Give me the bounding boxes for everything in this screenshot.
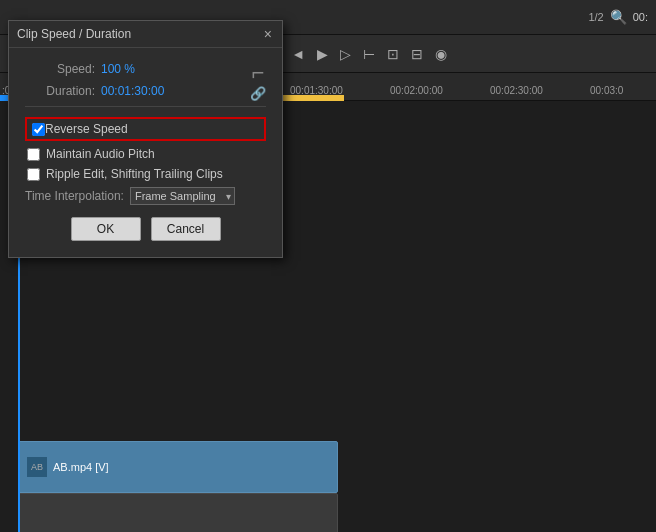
magnifier-icon[interactable]: 🔍 bbox=[610, 9, 627, 25]
ripple-edit-checkbox[interactable] bbox=[27, 168, 40, 181]
time-interp-label: Time Interpolation: bbox=[25, 189, 124, 203]
speed-value[interactable]: 100 % bbox=[101, 62, 135, 76]
reverse-speed-row: Reverse Speed bbox=[25, 117, 266, 141]
chain-icon[interactable]: 🔗 bbox=[250, 86, 266, 101]
cancel-button[interactable]: Cancel bbox=[151, 217, 221, 241]
timecode-display: 00: bbox=[633, 11, 648, 23]
link-controls: ⌐ 🔗 bbox=[242, 62, 266, 101]
duration-field-row: Duration: 00:01:30:00 bbox=[25, 84, 242, 98]
dialog-title: Clip Speed / Duration bbox=[17, 27, 131, 41]
clip-label: AB.mp4 [V] bbox=[53, 461, 109, 473]
toolbar-icon-camera[interactable]: ◉ bbox=[435, 46, 447, 62]
ripple-edit-row: Ripple Edit, Shifting Trailing Clips bbox=[27, 167, 266, 181]
time-label-4: 00:02:00:00 bbox=[390, 85, 443, 96]
divider bbox=[25, 106, 266, 107]
speed-field-row: Speed: 100 % bbox=[25, 62, 242, 76]
dialog-titlebar: Clip Speed / Duration × bbox=[9, 21, 282, 48]
toolbar-icon-to-out[interactable]: ⊢ bbox=[363, 46, 375, 62]
toolbar-icon-insert[interactable]: ⊡ bbox=[387, 46, 399, 62]
toolbar-icon-play-alt[interactable]: ▷ bbox=[340, 46, 351, 62]
video-clip[interactable]: AB AB.mp4 [V] bbox=[18, 441, 338, 493]
audio-clip[interactable] bbox=[18, 493, 338, 532]
ok-button[interactable]: OK bbox=[71, 217, 141, 241]
time-interp-select-wrapper: Frame Sampling Frame Blending Optical Fl… bbox=[130, 187, 235, 205]
duration-label: Duration: bbox=[25, 84, 95, 98]
toolbar-icon-step-back[interactable]: ◄ bbox=[291, 46, 305, 62]
time-interp-select[interactable]: Frame Sampling Frame Blending Optical Fl… bbox=[130, 187, 235, 205]
maintain-audio-pitch-checkbox[interactable] bbox=[27, 148, 40, 161]
speed-label: Speed: bbox=[25, 62, 95, 76]
dialog-buttons: OK Cancel bbox=[25, 217, 266, 245]
clip-speed-dialog: Clip Speed / Duration × Speed: 100 % Dur… bbox=[8, 20, 283, 258]
reverse-speed-label: Reverse Speed bbox=[45, 122, 128, 136]
top-bar-controls: 1/2 🔍 00: bbox=[588, 9, 648, 25]
speed-duration-group: Speed: 100 % Duration: 00:01:30:00 ⌐ 🔗 bbox=[25, 62, 266, 106]
clip-icon-ab: AB bbox=[27, 457, 47, 477]
time-label-5: 00:02:30:00 bbox=[490, 85, 543, 96]
link-bracket-icon: ⌐ bbox=[252, 62, 265, 84]
dialog-body: Speed: 100 % Duration: 00:01:30:00 ⌐ 🔗 R… bbox=[9, 48, 282, 257]
toolbar-icon-play[interactable]: ▶ bbox=[317, 46, 328, 62]
fields-col: Speed: 100 % Duration: 00:01:30:00 bbox=[25, 62, 242, 106]
close-button[interactable]: × bbox=[262, 27, 274, 41]
reverse-speed-checkbox[interactable] bbox=[32, 123, 45, 136]
maintain-audio-pitch-row: Maintain Audio Pitch bbox=[27, 147, 266, 161]
fraction-display: 1/2 bbox=[588, 11, 603, 23]
time-label-6: 00:03:0 bbox=[590, 85, 623, 96]
maintain-audio-pitch-label: Maintain Audio Pitch bbox=[46, 147, 155, 161]
toolbar-icon-overwrite[interactable]: ⊟ bbox=[411, 46, 423, 62]
ripple-edit-label: Ripple Edit, Shifting Trailing Clips bbox=[46, 167, 223, 181]
time-interpolation-row: Time Interpolation: Frame Sampling Frame… bbox=[25, 187, 266, 205]
duration-value[interactable]: 00:01:30:00 bbox=[101, 84, 164, 98]
